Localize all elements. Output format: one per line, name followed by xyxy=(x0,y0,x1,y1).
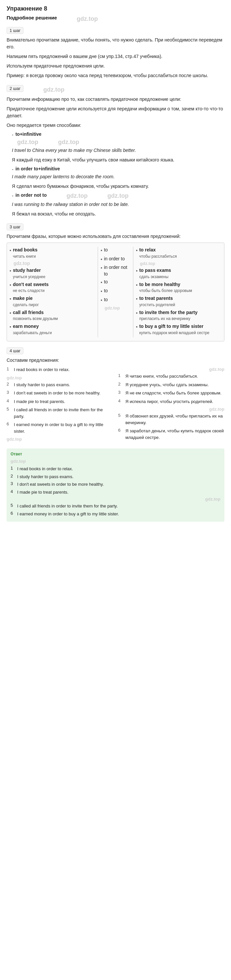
phrase-c3i5-sub: пригласить их на вечеринку xyxy=(139,316,198,321)
phrase-c3i4-sub: угостить родителей xyxy=(139,302,175,308)
watermark-step4b: gdz.top xyxy=(6,436,113,442)
sen-ru-1: 1 Я читаю книги, чтобы расслабиться. xyxy=(118,373,225,380)
phrase-c2-i3: • in order not to xyxy=(101,264,130,277)
phrase-c1-i4: • make pie сделать пирог xyxy=(10,295,95,307)
phrase-c1i1-sub: читать книги xyxy=(13,254,38,259)
sen-ru-6-text: Я заработал деньги, чтобы купить подарок… xyxy=(125,428,225,441)
sen-en-1: 1 I read books in order to relax. xyxy=(6,366,113,373)
phrase-c3i1-main: to relax xyxy=(139,247,177,253)
dot-c3i6: • xyxy=(136,324,138,331)
answer-1-num: 1 xyxy=(11,466,17,471)
answer-3-text: I don't eat sweets in order to be more h… xyxy=(17,481,104,488)
bullet1-dot: - xyxy=(12,132,13,137)
answer-4: 4 I made pie to treat parents. xyxy=(11,489,220,496)
sen-ru-2-num: 2 xyxy=(118,382,125,387)
phrase-c1-i6: • earn money зарабатывать деньги xyxy=(10,323,95,336)
sen-ru-5-text: Я обзвонил всех друзей, чтобы пригласить… xyxy=(125,413,225,426)
answer-2: 2 I study harder to pass exams. xyxy=(11,474,220,480)
step4-sentences: 1 I read books in order to relax. gdz.to… xyxy=(6,366,225,442)
watermark-b1a: gdz.top xyxy=(17,139,38,146)
sen-en-5-text: I called all friends in order to invite … xyxy=(14,407,113,420)
bullet2-example-ru: Я сделал много бумажных фонариков, чтобы… xyxy=(12,183,225,190)
sen-ru-1-num: 1 xyxy=(118,373,125,378)
phrase-c1i4-sub: сделать пирог xyxy=(13,302,39,308)
step1-text1: Внимательно прочитаем задание, чтобы пон… xyxy=(6,37,225,51)
sen-ru-4-text: Я испекла пирог, чтобы угостить родителе… xyxy=(125,398,225,405)
phrase-c2i6-main: to xyxy=(104,297,108,303)
subtitle-row: Подробное решение gdz.top xyxy=(6,15,225,23)
sen-ru-2: 2 Я усерднее учусь, чтобы сдать экзамены… xyxy=(118,382,225,388)
bullet3-example-en: I was running to the railway station in … xyxy=(12,201,225,208)
step4-badge: 4 шаг xyxy=(6,347,23,354)
sen-ru-1-text: Я читаю книги, чтобы расслабиться. xyxy=(125,373,225,380)
answer-3-num: 3 xyxy=(11,481,17,486)
dot-c3i4: • xyxy=(136,296,138,302)
bullet3-label: in order not to xyxy=(16,192,47,198)
sen-ru-5-num: 5 xyxy=(118,413,125,418)
phrase-c2i1-main: to xyxy=(104,247,108,253)
phrase-c3-i2: • to pass exams сдать экзамены xyxy=(136,267,221,280)
dot-c1i6: • xyxy=(10,324,11,331)
sen-en-3-num: 3 xyxy=(6,390,14,395)
dot-c1i2: • xyxy=(10,268,11,275)
sentences-ru-col: gdz.top 1 Я читаю книги, чтобы расслабит… xyxy=(118,366,225,442)
phrase-table: • read books читать книги gdz.top • stud… xyxy=(10,247,221,337)
phrase-c2i2-main: in order to xyxy=(104,256,125,262)
bullet3-dot: - xyxy=(12,193,13,198)
phrase-c3i2-sub: сдать экзамены xyxy=(139,274,171,280)
step3-badge: 3 шаг xyxy=(6,223,23,230)
bullet1-label: to+infinitive xyxy=(16,132,42,137)
answer-4-num: 4 xyxy=(11,489,17,494)
answer-6-text: I earned money in order to buy a gift to… xyxy=(17,511,119,517)
dot-c1i5: • xyxy=(10,310,11,317)
answer-5-num: 5 xyxy=(11,503,17,508)
answer-1-text: I read books in order to relax. xyxy=(17,466,73,472)
phrase-c3-i4: • to treat parents угостить родителей xyxy=(136,295,221,307)
subtitle: Подробное решение xyxy=(6,15,57,21)
phrase-c3-i6: • to buy a gift to my little sister купи… xyxy=(136,323,221,336)
sen-ru-6-num: 6 xyxy=(118,428,125,433)
phrase-c3i6-main: to buy a gift to my little sister xyxy=(139,323,210,330)
dot-c2i6: • xyxy=(101,297,102,304)
dot-c3i5: • xyxy=(136,310,138,317)
phrase-c1i5-sub: позвонить всем друзьям xyxy=(13,316,58,321)
bullet1-example-ru: Я каждый год езжу в Китай, чтобы улучшит… xyxy=(12,156,225,164)
page-title: Упражнение 8 xyxy=(6,5,225,12)
bullet2-dot: - xyxy=(12,167,13,172)
dot-c3i2: • xyxy=(136,268,138,275)
sen-en-3-text: I don't eat sweets in order to be more h… xyxy=(14,390,113,396)
step2-badge: 2 шаг xyxy=(6,85,23,92)
answer-label: Ответ xyxy=(11,452,220,457)
step1-text4: Пример: я всегда провожу около часа пере… xyxy=(6,72,225,79)
sentences-en-col: 1 I read books in order to relax. gdz.to… xyxy=(6,366,113,442)
sen-en-2-text: I study harder to pass exams. xyxy=(14,382,113,388)
phrase-table-box: • read books читать книги gdz.top • stud… xyxy=(6,243,225,341)
sen-en-6-text: I earned money in order to buy a gift to… xyxy=(14,422,113,434)
sen-en-6: 6 I earned money in order to buy a gift … xyxy=(6,422,113,434)
phrase-c1i2-sub: учиться усерднее xyxy=(13,274,45,280)
phrase-c3i5-main: to invite them for the party xyxy=(139,309,198,316)
dot-c2i4: • xyxy=(101,280,102,286)
phrase-c2i5-main: to xyxy=(104,288,108,294)
phrase-c3i3-sub: чтобы быть более здоровым xyxy=(139,288,192,294)
dot-c1i1: • xyxy=(10,247,11,254)
step4-section: 4 шаг Составим предложения: 1 I read boo… xyxy=(6,347,225,442)
phrase-c3-i1: • to relax чтобы расслабиться xyxy=(136,247,221,259)
sen-ru-6: 6 Я заработал деньги, чтобы купить подар… xyxy=(118,428,225,441)
sen-en-2: 2 I study harder to pass exams. xyxy=(6,382,113,388)
phrase-c1i3-sub: не есть сладости xyxy=(13,288,48,294)
phrase-col3: • to relax чтобы расслабиться gdz.top • … xyxy=(136,247,221,337)
sen-en-2-num: 2 xyxy=(6,382,14,387)
dot-c2i3: • xyxy=(101,265,102,272)
step2-text3: Оно передается тремя способами: xyxy=(6,122,225,129)
watermark-step2a: gdz.top xyxy=(43,86,64,93)
sen-ru-4-num: 4 xyxy=(118,398,125,403)
sen-ru-4: 4 Я испекла пирог, чтобы угостить родите… xyxy=(118,398,225,405)
watermark-b3b: gdz.top xyxy=(107,192,129,199)
phrase-c1-i3: • don't eat sweets не есть сладости xyxy=(10,282,95,294)
watermark-col2: gdz.top xyxy=(104,305,130,310)
sen-ru-3-num: 3 xyxy=(118,390,125,395)
phrase-c3i6-sub: купить подарок моей младшей сестре xyxy=(139,330,210,336)
phrase-c3i1-sub: чтобы расслабиться xyxy=(139,254,177,259)
sen-en-1-num: 1 xyxy=(6,366,14,371)
